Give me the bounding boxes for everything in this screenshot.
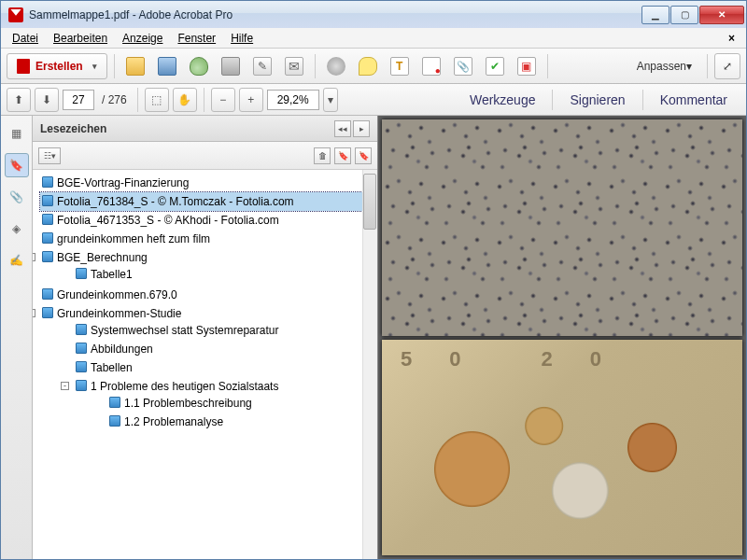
sign-button[interactable]: [248, 53, 276, 79]
bookmark-delete-button[interactable]: 🗑: [314, 147, 331, 164]
bookmark-options-button[interactable]: ☷▾: [38, 147, 61, 164]
print-button[interactable]: [217, 53, 245, 79]
panel-prev-button[interactable]: ◂◂: [334, 120, 351, 137]
highlight-button[interactable]: [386, 53, 414, 79]
attachments-tab[interactable]: 📎: [5, 185, 29, 209]
minimize-button[interactable]: ▁: [641, 6, 669, 24]
select-tool-button[interactable]: ⬚: [145, 88, 169, 112]
scrollbar[interactable]: [362, 170, 377, 559]
bookmark-icon: [76, 343, 87, 354]
delete-button[interactable]: [417, 53, 445, 79]
side-strip: ▦ 🔖 📎 ◈ ✍: [1, 116, 33, 559]
bookmark-item[interactable]: -BGE_BerechnungTabelle1: [40, 248, 375, 286]
bookmark-new-button[interactable]: 🔖: [334, 147, 351, 164]
bookmark-item[interactable]: Fotolia_761384_S - © M.Tomczak - Fotolia…: [40, 192, 375, 211]
delete-icon: [422, 57, 441, 76]
page-number-input[interactable]: [63, 90, 94, 110]
bookmark-item[interactable]: Abbildungen: [74, 340, 375, 358]
bookmark-item[interactable]: grundeinkommen heft zum film: [40, 230, 375, 248]
page-down-button[interactable]: ⬇: [35, 88, 59, 112]
bookmark-label: Tabellen: [91, 361, 133, 374]
stamp-button[interactable]: [513, 53, 541, 79]
layers-tab[interactable]: ◈: [5, 217, 29, 241]
zoom-dropdown-button[interactable]: ▾: [323, 88, 338, 112]
menu-file[interactable]: Datei: [7, 30, 44, 47]
comment-button[interactable]: [354, 53, 382, 79]
bookmark-label: grundeinkommen heft zum film: [57, 232, 210, 245]
bookmark-item[interactable]: 1.1 Problembeschreibung: [107, 394, 375, 413]
settings-button[interactable]: [322, 53, 350, 79]
bookmarks-tab[interactable]: 🔖: [5, 153, 29, 177]
pencil-icon: [253, 57, 272, 76]
bookmark-label: 1.2 Problemanalyse: [124, 415, 223, 428]
tree-toggle-icon[interactable]: -: [61, 382, 69, 390]
bookmark-label: Fotolia_761384_S - © M.Tomczak - Fotolia…: [57, 195, 294, 208]
attach-button[interactable]: [449, 53, 477, 79]
menu-view[interactable]: Anzeige: [117, 30, 168, 47]
bookmark-label: Systemwechsel statt Systemreparatur: [91, 324, 278, 337]
bookmark-icon: [109, 415, 120, 427]
save-icon: [158, 57, 176, 76]
text-icon: [390, 57, 409, 76]
create-button[interactable]: Erstellen: [7, 53, 107, 79]
approve-button[interactable]: [481, 53, 509, 79]
close-document-button[interactable]: ×: [723, 32, 740, 45]
bookmark-icon: [42, 232, 53, 244]
comment-tab[interactable]: Kommentar: [647, 92, 740, 107]
close-button[interactable]: [699, 6, 744, 24]
paperclip-icon: [454, 57, 472, 76]
bookmark-label: Grundeinkommen.679.0: [57, 288, 177, 301]
bookmark-label: Abbildungen: [91, 343, 153, 356]
save-button[interactable]: [153, 53, 181, 79]
speech-bubble-icon: [359, 57, 377, 76]
menu-edit[interactable]: Bearbeiten: [48, 30, 113, 47]
bookmark-item[interactable]: -1 Probleme des heutigen Sozialstaats1.1…: [74, 377, 375, 433]
bookmark-icon: [76, 324, 87, 335]
menu-window[interactable]: Fenster: [172, 30, 221, 47]
bookmark-expand-button[interactable]: 🔖: [355, 147, 372, 164]
main-toolbar: Erstellen Anpassen ▾ ⤢: [1, 49, 746, 84]
cloud-button[interactable]: [185, 53, 213, 79]
customize-button[interactable]: Anpassen ▾: [628, 53, 700, 79]
folder-icon: [126, 57, 145, 76]
navigation-toolbar: ⬆ ⬇ / 276 ⬚ ✋ − + ▾ Werkzeuge Signieren …: [1, 84, 746, 116]
bookmark-icon: [42, 176, 53, 188]
document-view[interactable]: [378, 116, 746, 559]
bookmark-item[interactable]: Tabelle1: [74, 265, 375, 284]
page-up-button[interactable]: ⬆: [7, 88, 31, 112]
zoom-in-button[interactable]: +: [239, 88, 263, 112]
tree-toggle-icon[interactable]: -: [33, 309, 35, 317]
email-button[interactable]: [280, 53, 308, 79]
bookmark-icon: [42, 251, 53, 262]
bookmark-item[interactable]: Grundeinkommen.679.0: [40, 286, 375, 304]
bookmark-icon: [42, 195, 53, 206]
tools-tab[interactable]: Werkzeuge: [457, 92, 549, 107]
bookmark-item[interactable]: -Grundeinkommen-StudieSystemwechsel stat…: [40, 304, 375, 435]
signatures-tab[interactable]: ✍: [5, 248, 29, 273]
window-title: Sammelmappe1.pdf - Adobe Acrobat Pro: [29, 8, 641, 21]
thumbnails-tab[interactable]: ▦: [5, 121, 29, 146]
scrollbar-thumb[interactable]: [363, 174, 376, 230]
bookmark-item[interactable]: Fotolia_4671353_S - © AKhodi - Fotolia.c…: [40, 211, 375, 230]
zoom-input[interactable]: [267, 90, 319, 110]
tree-toggle-icon[interactable]: -: [33, 253, 35, 261]
check-icon: [486, 57, 504, 76]
bookmark-icon: [42, 288, 53, 300]
zoom-out-button[interactable]: −: [211, 88, 235, 112]
open-button[interactable]: [121, 53, 149, 79]
sign-tab[interactable]: Signieren: [557, 92, 638, 107]
bookmark-item[interactable]: BGE-Vortrag-Finanzierung: [40, 174, 375, 192]
bookmark-label: Fotolia_4671353_S - © AKhodi - Fotolia.c…: [57, 214, 279, 227]
maximize-button[interactable]: ▢: [670, 6, 698, 24]
bookmark-icon: [76, 380, 87, 391]
menu-help[interactable]: Hilfe: [225, 30, 259, 47]
bookmark-item[interactable]: 1.2 Problemanalyse: [107, 413, 375, 431]
hand-tool-button[interactable]: ✋: [173, 88, 197, 112]
bookmark-item[interactable]: Tabellen: [74, 358, 375, 377]
bookmark-item[interactable]: Systemwechsel statt Systemreparatur: [74, 321, 375, 340]
bookmark-label: 1.1 Problembeschreibung: [124, 397, 252, 410]
bookmark-icon: [76, 268, 87, 279]
panel-title: Lesezeichen: [40, 122, 106, 135]
panel-next-button[interactable]: ▸: [353, 120, 370, 137]
fullscreen-button[interactable]: ⤢: [714, 53, 740, 79]
